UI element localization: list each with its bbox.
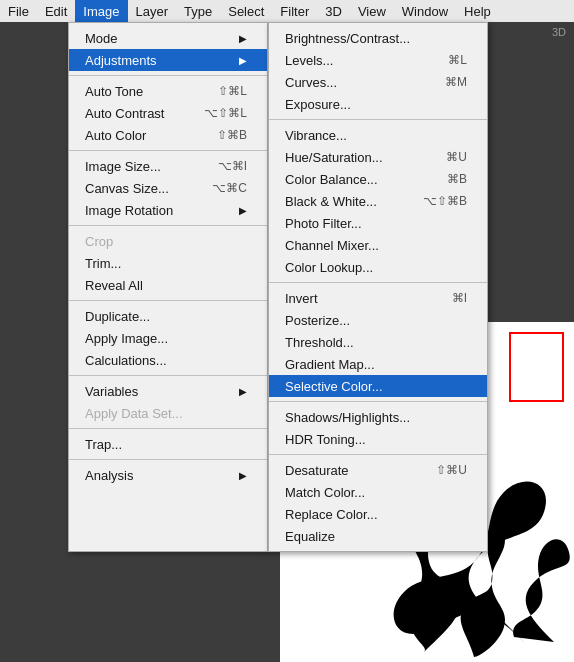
- separator-3: [69, 225, 267, 226]
- menu-item-analysis[interactable]: Analysis ▶: [69, 464, 267, 486]
- submenu-item-threshold[interactable]: Threshold...: [269, 331, 487, 353]
- submenu-item-shadows-highlights[interactable]: Shadows/Highlights...: [269, 406, 487, 428]
- separator-7: [69, 459, 267, 460]
- sub-separator-4: [269, 454, 487, 455]
- menubar-item-layer[interactable]: Layer: [128, 0, 177, 22]
- image-menu-panel: Mode ▶ Adjustments ▶ Auto Tone ⇧⌘L Auto …: [68, 22, 268, 552]
- submenu-item-black-white[interactable]: Black & White... ⌥⇧⌘B: [269, 190, 487, 212]
- submenu-item-channel-mixer[interactable]: Channel Mixer...: [269, 234, 487, 256]
- submenu-item-vibrance[interactable]: Vibrance...: [269, 124, 487, 146]
- menu-item-calculations[interactable]: Calculations...: [69, 349, 267, 371]
- submenu-item-hdr-toning[interactable]: HDR Toning...: [269, 428, 487, 450]
- submenu-item-equalize[interactable]: Equalize: [269, 525, 487, 547]
- adjustments-submenu-panel: Brightness/Contrast... Levels... ⌘L Curv…: [268, 22, 488, 552]
- submenu-item-levels[interactable]: Levels... ⌘L: [269, 49, 487, 71]
- red-outline-indicator: [509, 332, 564, 402]
- submenu-item-color-balance[interactable]: Color Balance... ⌘B: [269, 168, 487, 190]
- menubar-item-file[interactable]: File: [0, 0, 37, 22]
- menu-item-image-rotation[interactable]: Image Rotation ▶: [69, 199, 267, 221]
- submenu-item-gradient-map[interactable]: Gradient Map...: [269, 353, 487, 375]
- submenu-item-desaturate[interactable]: Desaturate ⇧⌘U: [269, 459, 487, 481]
- separator-2: [69, 150, 267, 151]
- menu-item-auto-tone[interactable]: Auto Tone ⇧⌘L: [69, 80, 267, 102]
- submenu-item-replace-color[interactable]: Replace Color...: [269, 503, 487, 525]
- sub-separator-2: [269, 282, 487, 283]
- menu-item-variables[interactable]: Variables ▶: [69, 380, 267, 402]
- submenu-item-brightness-contrast[interactable]: Brightness/Contrast...: [269, 27, 487, 49]
- menu-item-mode[interactable]: Mode ▶: [69, 27, 267, 49]
- separator-4: [69, 300, 267, 301]
- menu-item-apply-data-set[interactable]: Apply Data Set...: [69, 402, 267, 424]
- submenu-item-hue-saturation[interactable]: Hue/Saturation... ⌘U: [269, 146, 487, 168]
- menu-item-auto-contrast[interactable]: Auto Contrast ⌥⇧⌘L: [69, 102, 267, 124]
- submenu-item-curves[interactable]: Curves... ⌘M: [269, 71, 487, 93]
- submenu-item-selective-color[interactable]: Selective Color...: [269, 375, 487, 397]
- sub-separator-3: [269, 401, 487, 402]
- menubar-item-image[interactable]: Image: [75, 0, 127, 22]
- menu-item-apply-image[interactable]: Apply Image...: [69, 327, 267, 349]
- menubar-item-window[interactable]: Window: [394, 0, 456, 22]
- submenu-item-photo-filter[interactable]: Photo Filter...: [269, 212, 487, 234]
- menubar-item-3d[interactable]: 3D: [317, 0, 350, 22]
- submenu-item-match-color[interactable]: Match Color...: [269, 481, 487, 503]
- menubar-item-type[interactable]: Type: [176, 0, 220, 22]
- 3d-label: 3D: [552, 26, 566, 38]
- menu-item-auto-color[interactable]: Auto Color ⇧⌘B: [69, 124, 267, 146]
- menubar-item-select[interactable]: Select: [220, 0, 272, 22]
- separator-5: [69, 375, 267, 376]
- menubar: File Edit Image Layer Type Select Filter…: [0, 0, 574, 22]
- separator-1: [69, 75, 267, 76]
- toolbar-indicators: 3D: [552, 26, 566, 38]
- menubar-item-edit[interactable]: Edit: [37, 0, 75, 22]
- menu-item-canvas-size[interactable]: Canvas Size... ⌥⌘C: [69, 177, 267, 199]
- submenu-item-color-lookup[interactable]: Color Lookup...: [269, 256, 487, 278]
- menu-item-reveal-all[interactable]: Reveal All: [69, 274, 267, 296]
- menu-item-adjustments[interactable]: Adjustments ▶: [69, 49, 267, 71]
- menu-item-duplicate[interactable]: Duplicate...: [69, 305, 267, 327]
- menubar-item-view[interactable]: View: [350, 0, 394, 22]
- menu-item-trap[interactable]: Trap...: [69, 433, 267, 455]
- menu-item-crop[interactable]: Crop: [69, 230, 267, 252]
- submenu-item-invert[interactable]: Invert ⌘I: [269, 287, 487, 309]
- dropdown-container: Mode ▶ Adjustments ▶ Auto Tone ⇧⌘L Auto …: [68, 22, 488, 552]
- submenu-item-exposure[interactable]: Exposure...: [269, 93, 487, 115]
- menubar-item-filter[interactable]: Filter: [272, 0, 317, 22]
- menu-item-image-size[interactable]: Image Size... ⌥⌘I: [69, 155, 267, 177]
- menu-item-trim[interactable]: Trim...: [69, 252, 267, 274]
- submenu-item-posterize[interactable]: Posterize...: [269, 309, 487, 331]
- separator-6: [69, 428, 267, 429]
- sub-separator-1: [269, 119, 487, 120]
- menubar-item-help[interactable]: Help: [456, 0, 499, 22]
